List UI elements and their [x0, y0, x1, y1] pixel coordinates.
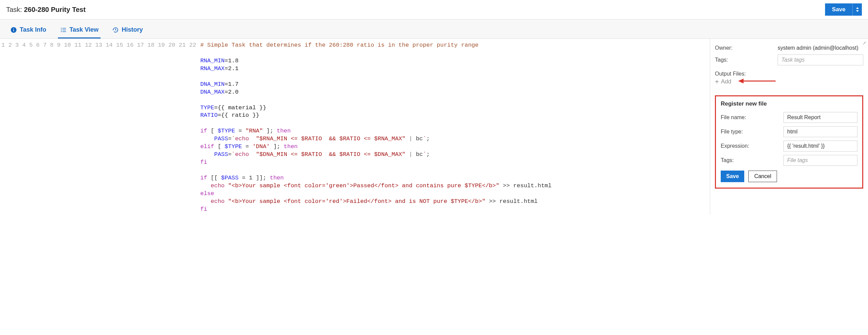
expression-input[interactable]: [783, 141, 857, 151]
register-file-panel: Register new file File name: File type: …: [715, 95, 863, 189]
file-tags-input[interactable]: [783, 155, 857, 166]
info-icon: [10, 27, 17, 33]
tab-label: History: [122, 26, 143, 33]
plus-icon: +: [715, 78, 719, 85]
tags-label: Tags:: [715, 57, 774, 63]
updown-icon: [856, 7, 859, 12]
filetype-label: File type:: [721, 129, 780, 135]
code-editor[interactable]: 1 2 3 4 5 6 7 8 9 10 11 12 13 14 15 16 1…: [0, 39, 710, 215]
history-icon: [112, 27, 119, 33]
file-tags-label: Tags:: [721, 157, 780, 163]
expression-row: Expression:: [721, 141, 857, 151]
panel-actions: Save Cancel: [721, 171, 857, 182]
add-label: Add: [721, 78, 731, 85]
panel-title: Register new file: [721, 100, 857, 107]
task-tags-input[interactable]: [778, 54, 863, 65]
properties-sidebar: Owner: system admin (admin@localhost) Ta…: [710, 39, 868, 215]
content-area: 1 2 3 4 5 6 7 8 9 10 11 12 13 14 15 16 1…: [0, 39, 868, 215]
tab-task-info[interactable]: Task Info: [8, 23, 48, 38]
panel-save-button[interactable]: Save: [721, 171, 744, 182]
save-button[interactable]: Save: [825, 3, 852, 16]
header-bar: Task: 260-280 Purity Test Save: [0, 0, 868, 19]
tab-history[interactable]: History: [110, 23, 145, 38]
filename-input[interactable]: [783, 112, 857, 123]
filetype-row: File type:: [721, 126, 857, 137]
tab-label: Task Info: [20, 26, 46, 33]
task-title: Task: 260-280 Purity Test: [6, 6, 86, 14]
tags-row: Tags:: [715, 54, 863, 65]
svg-rect-1: [13, 29, 14, 31]
svg-rect-2: [13, 28, 14, 29]
filename-row: File name:: [721, 112, 857, 123]
save-button-group: Save: [825, 3, 862, 16]
arrow-annotation-icon: [738, 78, 776, 84]
filetype-input[interactable]: [783, 126, 857, 137]
expression-label: Expression:: [721, 143, 780, 149]
line-gutter: 1 2 3 4 5 6 7 8 9 10 11 12 13 14 15 16 1…: [0, 40, 199, 215]
task-label: Task:: [6, 6, 22, 13]
panel-cancel-button[interactable]: Cancel: [748, 171, 777, 182]
add-output-file-button[interactable]: + Add: [715, 78, 731, 85]
owner-value: system admin (admin@localhost): [778, 45, 863, 51]
file-tags-row: Tags:: [721, 155, 857, 166]
owner-row: Owner: system admin (admin@localhost): [715, 45, 863, 51]
tab-bar: Task Info Task View History: [0, 19, 868, 39]
owner-label: Owner:: [715, 45, 774, 51]
filename-label: File name:: [721, 114, 780, 121]
tab-task-view[interactable]: Task View: [58, 23, 101, 38]
output-files-label: Output Files:: [715, 71, 863, 77]
code-body[interactable]: # Simple Task that determines if the 260…: [199, 40, 555, 215]
tab-label: Task View: [70, 26, 99, 33]
resize-handle-icon[interactable]: [861, 39, 866, 44]
list-icon: [60, 27, 67, 33]
save-dropdown-button[interactable]: [852, 3, 862, 16]
task-name: 260-280 Purity Test: [24, 6, 86, 13]
